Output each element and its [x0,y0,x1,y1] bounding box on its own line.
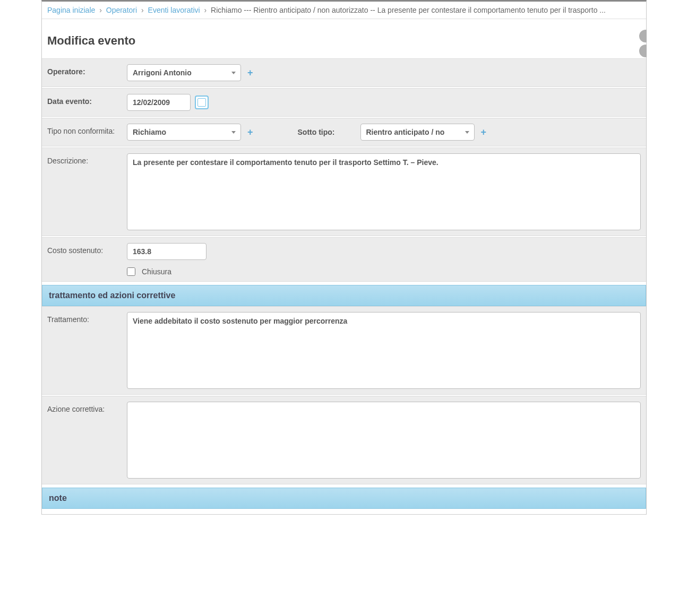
label-sotto-tipo: Sotto tipo: [298,128,335,136]
tipo-nc-select[interactable]: Richiamo [127,124,241,141]
page-title: Modifica evento [42,19,646,58]
sotto-tipo-select[interactable]: Rientro anticipato / no [360,124,475,141]
breadcrumb-separator: › [141,6,144,14]
breadcrumb-home[interactable]: Pagina iniziale [47,6,95,14]
label-data-evento: Data evento: [47,94,127,106]
breadcrumb-separator: › [99,6,102,14]
breadcrumb-operatori[interactable]: Operatori [106,6,137,14]
label-tipo-nc: Tipo non conformita: [47,124,127,135]
costo-input[interactable] [127,243,207,260]
breadcrumb-current: Richiamo --- Rientro anticipato / non au… [211,6,606,14]
label-azione: Azione correttiva: [47,402,127,413]
section-treatment-header: trattamento ed azioni correttive [42,285,646,306]
add-tipo-nc-button[interactable]: + [245,127,255,138]
trattamento-textarea[interactable]: Viene addebitato il costo sostenuto per … [127,312,641,389]
label-descrizione: Descrizione: [47,153,127,165]
descrizione-textarea[interactable]: La presente per contestare il comportame… [127,153,641,230]
breadcrumb-eventi[interactable]: Eventi lavorativi [148,6,200,14]
label-costo: Costo sostenuto: [47,243,127,255]
section-note-header: note [42,488,646,509]
side-tab[interactable] [639,30,647,42]
calendar-icon[interactable] [195,96,209,109]
label-operatore: Operatore: [47,64,127,76]
add-operatore-button[interactable]: + [245,67,255,79]
breadcrumb: Pagina iniziale › Operatori › Eventi lav… [42,2,646,19]
chiusura-checkbox[interactable] [127,267,135,276]
add-sotto-tipo-button[interactable]: + [479,127,489,138]
breadcrumb-separator: › [204,6,207,14]
azione-textarea[interactable] [127,402,641,479]
operatore-select[interactable]: Arrigoni Antonio [127,64,241,81]
label-chiusura: Chiusura [142,267,171,276]
side-tab[interactable] [639,45,647,57]
label-trattamento: Trattamento: [47,312,127,324]
data-evento-input[interactable] [127,94,191,111]
